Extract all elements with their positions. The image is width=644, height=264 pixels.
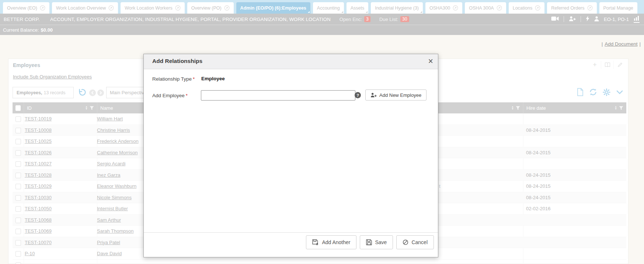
modal-header: Add Relationships × xyxy=(144,54,438,69)
add-employee-input[interactable] xyxy=(201,90,355,101)
relationship-type-value: Employee xyxy=(201,76,225,81)
modal-title: Add Relationships xyxy=(152,58,202,64)
required-asterisk: * xyxy=(186,93,188,98)
cancel-button[interactable]: Cancel xyxy=(396,235,434,249)
save-icon xyxy=(366,239,372,245)
required-asterisk: * xyxy=(193,76,195,82)
footer-divider xyxy=(144,232,438,233)
help-icon[interactable]: ? xyxy=(355,92,361,98)
add-relationships-modal: Add Relationships × Relationship Type* E… xyxy=(143,54,438,257)
close-icon[interactable]: × xyxy=(428,56,433,67)
save-plus-icon xyxy=(312,239,319,246)
cancel-icon xyxy=(403,239,408,245)
save-button[interactable]: Save xyxy=(360,235,393,249)
modal-footer-buttons: Add Another Save Cancel xyxy=(306,235,434,249)
add-new-employee-button[interactable]: Add New Employee xyxy=(365,89,427,101)
app-window: Overview (EO)Work Location OverviewWork … xyxy=(0,0,644,264)
relationship-type-label: Relationship Type* xyxy=(152,76,195,82)
add-person-icon xyxy=(370,92,377,98)
add-another-button[interactable]: Add Another xyxy=(306,235,356,249)
add-employee-label: Add Employee* xyxy=(152,93,188,98)
